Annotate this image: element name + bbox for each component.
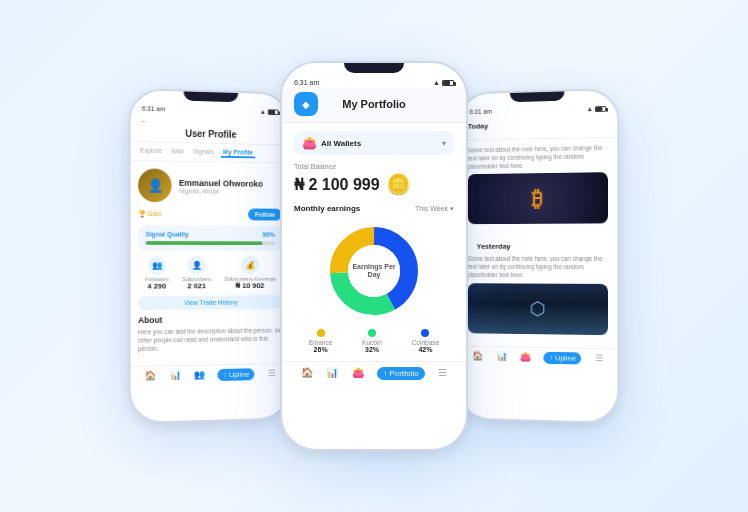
nav-wallet-center[interactable]: 👛: [352, 367, 364, 380]
status-icons-left: ▲: [260, 108, 279, 115]
signal-quality-section: Signal Quality 90%: [138, 225, 282, 250]
feed-header: Today: [459, 113, 618, 141]
phone-center: 6:31 am ▲ ◆ My Portfolio 👛 All Wallets ▾…: [280, 61, 468, 451]
stat-followers: 👥 Followers 4 290: [145, 256, 169, 290]
donut-chart: Earnings PerDay: [294, 221, 454, 321]
nav-home-left[interactable]: 🏠: [145, 371, 156, 383]
status-icons-center: ▲: [433, 79, 454, 86]
status-bar-center: 6:31 am ▲: [282, 73, 466, 88]
btc-symbol: ₿: [532, 186, 543, 212]
stat-earnings: 💰 Subscribers Earnings ₦ 10 902: [224, 256, 275, 290]
tab-signals[interactable]: Signals: [191, 147, 216, 158]
ethereum-visual: ⬡: [468, 283, 608, 335]
balance-value: ₦ 2 100 999: [294, 175, 380, 194]
nav-wallet-right[interactable]: 👛: [520, 351, 531, 363]
bottom-nav-left: 🏠 📊 👥 ↑ Upline ☰: [131, 363, 290, 387]
nav-chart-left[interactable]: 📊: [169, 370, 180, 382]
nav-menu-left[interactable]: ☰: [268, 368, 276, 380]
tab-explore[interactable]: Explore: [138, 146, 164, 157]
notch-center: [344, 63, 404, 73]
signal-fill: [146, 241, 263, 245]
tab-wall[interactable]: Wall: [169, 147, 185, 157]
notch-right: [510, 91, 565, 102]
subscribers-icon: 👤: [188, 256, 206, 274]
portfolio-content: 👛 All Wallets ▾ Total Balance ₦ 2 100 99…: [282, 123, 466, 361]
profile-title: User Profile: [140, 127, 280, 140]
earnings-value: ₦ 10 902: [224, 281, 275, 289]
avatar: 👤: [138, 168, 171, 202]
followers-icon: 👥: [148, 256, 167, 275]
balance-label: Total Balance: [294, 163, 454, 170]
battery-right: [595, 106, 606, 112]
battery-center: [442, 80, 454, 86]
bottom-nav-right: 🏠 📊 👛 ↑ Upline ☰: [459, 345, 618, 368]
tab-my-profile[interactable]: My Profile: [221, 148, 255, 159]
feed-content: Some text about the note here, you can c…: [459, 138, 618, 348]
wallet-icon: 👛: [302, 136, 317, 150]
user-location: Nigeria, Abuja: [179, 187, 263, 194]
user-info: Emmanuel Ohworoko Nigeria, Abuja: [179, 178, 263, 195]
nav-menu-right[interactable]: ☰: [595, 352, 603, 364]
nav-upline-right[interactable]: ↑ Upline: [544, 351, 582, 364]
gold-badge: 🏆 Gold: [138, 210, 161, 218]
nav-chart-right[interactable]: 📊: [496, 351, 507, 363]
earnings-icon: 💰: [241, 256, 259, 274]
battery-left: [268, 109, 279, 115]
yesterday-label: Yesterday: [477, 242, 599, 250]
people-icon: 👥: [194, 370, 205, 380]
nav-home-right[interactable]: 🏠: [472, 350, 483, 362]
today-label: Today: [468, 119, 608, 131]
legend-row: Binance 26% Kucoin 32% Coinbase 42%: [294, 329, 454, 353]
nav-people-left[interactable]: 👥: [194, 370, 205, 382]
kucoin-pct: 32%: [362, 346, 382, 353]
phone-left: 6:31 am ▲ ← User Profile Explore Wall Si…: [129, 88, 291, 424]
yesterday-text: Some text about the note here, you can c…: [468, 254, 608, 279]
bitcoin-visual: ₿: [468, 172, 608, 224]
nav-menu-center[interactable]: ☰: [438, 367, 447, 380]
wallet-selector[interactable]: 👛 All Wallets ▾: [294, 131, 454, 155]
status-icons-right: ▲: [587, 105, 606, 112]
wallet-icon-c: 👛: [352, 367, 364, 378]
follow-button[interactable]: Follow: [248, 208, 282, 220]
upline-icon: ↑ Upline: [218, 369, 255, 382]
coinbase-pct: 42%: [412, 346, 439, 353]
nav-chart-center[interactable]: 📊: [326, 367, 338, 380]
earnings-title: Monthly earnings: [294, 204, 360, 213]
kucoin-dot: [368, 329, 376, 337]
feed-card-today: Some text about the note here, you can c…: [459, 138, 618, 232]
week-selector[interactable]: This Week ▾: [415, 205, 454, 213]
phone-right: 6:31 am ▲ Today Some text about the note…: [457, 88, 619, 424]
signal-value: 90%: [262, 231, 275, 237]
earnings-header: Monthly earnings This Week ▾: [294, 204, 454, 213]
menu-icon: ☰: [268, 368, 276, 378]
nav-upline-left[interactable]: ↑ Upline: [218, 369, 255, 382]
wallet-label: All Wallets: [321, 139, 361, 148]
home-icon: 🏠: [145, 371, 156, 381]
view-history-button[interactable]: View Trade History: [138, 295, 282, 310]
chevron-down-icon: ▾: [442, 139, 446, 148]
kucoin-name: Kucoin: [362, 339, 382, 346]
legend-coinbase: Coinbase 42%: [412, 329, 439, 353]
about-section: About Here you can add the description a…: [138, 314, 282, 353]
about-title: About: [138, 314, 282, 325]
phones-container: 6:31 am ▲ ← User Profile Explore Wall Si…: [122, 61, 626, 451]
upline-icon-r: ↑ Upline: [544, 351, 582, 364]
followers-value: 4 290: [145, 282, 169, 290]
menu-icon-c: ☰: [438, 367, 447, 378]
stats-row: 👥 Followers 4 290 👤 Subscribers 2 021 💰 …: [138, 256, 282, 290]
menu-icon-r: ☰: [595, 352, 603, 362]
wallet-icon-r: 👛: [520, 351, 531, 361]
time-right: 6:31 am: [469, 108, 492, 115]
portfolio-nav-icon: ↑ Portfolio: [377, 367, 425, 380]
stat-subscribers: 👤 Subscribers 2 021: [182, 256, 211, 290]
nav-home-center[interactable]: 🏠: [301, 367, 313, 380]
coinbase-dot: [421, 329, 429, 337]
nav-portfolio-center[interactable]: ↑ Portfolio: [377, 367, 425, 380]
profile-header: ← User Profile: [131, 113, 290, 145]
feed-card-yesterday: Yesterday Some text about the note here,…: [459, 237, 618, 343]
coinbase-name: Coinbase: [412, 339, 439, 346]
portfolio-header: ◆ My Portfolio: [282, 88, 466, 123]
binance-name: Binance: [309, 339, 333, 346]
profile-content: 👤 Emmanuel Ohworoko Nigeria, Abuja 🏆 Gol…: [131, 161, 290, 367]
legend-binance: Binance 26%: [309, 329, 333, 353]
